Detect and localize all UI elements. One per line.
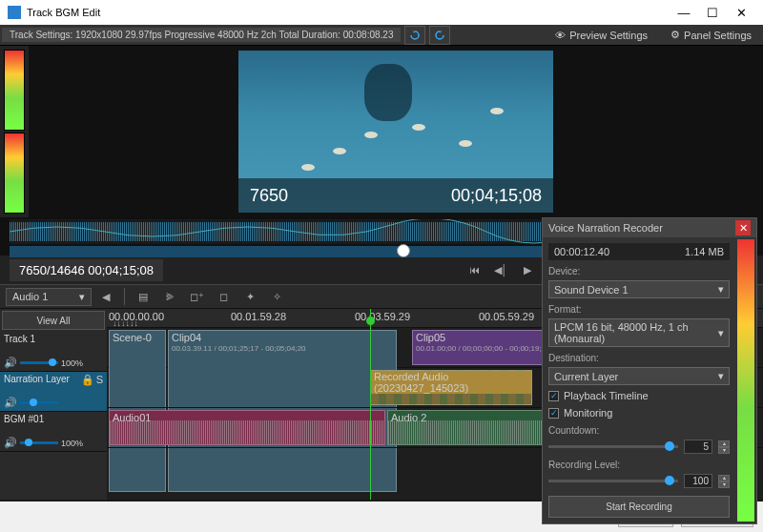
clip-audio2[interactable]: Audio 2: [387, 410, 559, 445]
speaker-icon[interactable]: 🔊: [4, 357, 17, 369]
window-title: Track BGM Edit: [27, 7, 670, 18]
scrub-handle[interactable]: [397, 244, 410, 257]
countdown-spinner[interactable]: ▴▾: [718, 440, 730, 454]
chevron-down-icon: ▾: [718, 370, 724, 382]
panel-settings-button[interactable]: ⚙Panel Settings: [663, 27, 759, 43]
clip-05[interactable]: Clip0500.01.00;00 / 00;00;00;00 - 00;00;…: [412, 330, 555, 365]
recorder-level-meter: [737, 239, 754, 522]
tool-cut-icon[interactable]: ⫸: [159, 286, 180, 307]
timecode: 00;04;15;08: [451, 186, 542, 206]
play-button[interactable]: ▶: [517, 259, 538, 280]
speaker-icon[interactable]: 🔊: [4, 397, 17, 409]
volume-slider[interactable]: [20, 361, 58, 364]
countdown-value[interactable]: 5: [684, 440, 712, 454]
transport-time: 7650/14646 00;04;15;08: [10, 259, 163, 281]
clip-audio1[interactable]: Audio01: [109, 410, 385, 445]
app-icon: [8, 6, 21, 19]
recorder-header[interactable]: Voice Narration Recoder ✕: [543, 218, 756, 237]
close-button[interactable]: ✕: [727, 0, 755, 25]
start-recording-button[interactable]: Start Recording: [548, 496, 730, 518]
video-preview[interactable]: 7650 00;04;15;08: [238, 51, 553, 213]
minimize-button[interactable]: ―: [670, 0, 698, 25]
playhead[interactable]: [370, 309, 371, 500]
lock-button[interactable]: 🔒: [81, 374, 94, 386]
tool-select-icon[interactable]: ▤: [133, 286, 154, 307]
close-icon[interactable]: ✕: [735, 220, 751, 235]
monitoring-checkbox[interactable]: ✓Monitoring: [548, 407, 730, 419]
track-header-narration[interactable]: Narration Layer🔒S 🔊: [0, 372, 107, 412]
recording-level-spinner[interactable]: ▴▾: [718, 475, 730, 488]
device-dropdown[interactable]: Sound Device 1▾: [548, 280, 730, 298]
track-headers: View All Track 1 🔊100% Narration Layer🔒S…: [0, 309, 107, 500]
recording-level-slider[interactable]: [548, 480, 678, 482]
speaker-icon[interactable]: 🔊: [4, 437, 17, 449]
preview-overlay: 7650 00;04;15;08: [238, 178, 553, 213]
sliders-icon: ⚙: [670, 29, 680, 41]
track-header-1[interactable]: Track 1 🔊100%: [0, 332, 107, 372]
recording-level-label: Recording Level:: [548, 460, 730, 470]
device-label: Device:: [548, 266, 730, 276]
destination-dropdown[interactable]: Current Layer▾: [548, 367, 730, 385]
countdown-label: Countdown:: [548, 425, 730, 436]
format-dropdown[interactable]: LPCM 16 bit, 48000 Hz, 1 ch (Monaural)▾: [548, 318, 730, 347]
preview-area: 7650 00;04;15;08: [29, 46, 763, 217]
recording-level-value[interactable]: 100: [684, 474, 712, 488]
tool-copy-icon[interactable]: ◻: [213, 286, 234, 307]
solo-button[interactable]: S: [96, 374, 103, 386]
tool-add-icon[interactable]: ◻⁺: [186, 286, 207, 307]
clip-recorded-audio[interactable]: Recorded Audio (20230427_145023): [370, 370, 532, 405]
settings-bar: Track Settings: 1920x1080 29.97fps Progr…: [0, 25, 763, 46]
tool-fx-icon[interactable]: ✦: [239, 286, 260, 307]
titlebar: Track BGM Edit ― ☐ ✕: [0, 0, 763, 25]
maximize-button[interactable]: ☐: [698, 0, 727, 25]
level-meter-left: [0, 46, 29, 217]
chevron-down-icon: ▾: [718, 327, 724, 339]
countdown-slider[interactable]: [548, 445, 678, 448]
prev-frame-button[interactable]: ◀│: [490, 259, 511, 280]
chevron-down-icon: ▾: [79, 291, 85, 303]
preview-settings-button[interactable]: 👁Preview Settings: [547, 28, 655, 43]
playback-timeline-checkbox[interactable]: ✓Playback Timeline: [548, 390, 730, 401]
tool-wand-icon[interactable]: ✧: [266, 286, 287, 307]
prev-button[interactable]: ◀: [95, 286, 116, 307]
track-settings-info[interactable]: Track Settings: 1920x1080 29.97fps Progr…: [2, 28, 401, 42]
volume-slider[interactable]: [20, 441, 58, 444]
voice-narration-recorder: Voice Narration Recoder ✕ 00:00:12.401.1…: [542, 217, 757, 524]
chevron-down-icon: ▾: [718, 283, 724, 296]
eye-icon: 👁: [555, 30, 566, 41]
track-header-bgm[interactable]: BGM #01 🔊100%: [0, 412, 107, 452]
goto-start-button[interactable]: ⏮: [464, 259, 485, 280]
destination-label: Destination:: [548, 353, 730, 363]
format-label: Format:: [548, 304, 730, 315]
frame-number: 7650: [250, 186, 288, 206]
recorder-status: 00:00:12.401.14 MB: [548, 243, 730, 260]
view-all-button[interactable]: View All: [2, 311, 105, 330]
undo-button[interactable]: [404, 26, 425, 45]
audio-track-dropdown[interactable]: Audio 1▾: [6, 288, 92, 306]
preview-row: 7650 00;04;15;08: [0, 46, 763, 217]
redo-button[interactable]: [429, 26, 450, 45]
volume-slider[interactable]: [20, 401, 58, 404]
